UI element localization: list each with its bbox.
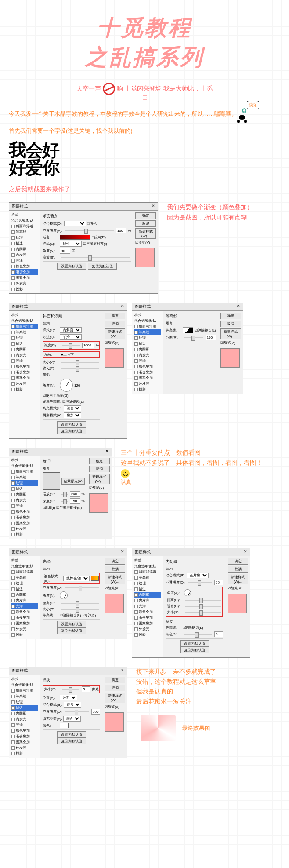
opacity-slider[interactable]	[65, 587, 99, 588]
opacity-slider[interactable]	[65, 711, 89, 712]
style-list-item[interactable]: 图案叠加	[11, 620, 38, 626]
new-style-button[interactable]: 新建样式(W)...	[228, 574, 248, 584]
scale-slider[interactable]	[61, 494, 68, 495]
style-list-item[interactable]: 样式	[11, 457, 38, 463]
blend-mode-select[interactable]	[64, 221, 86, 226]
depth-slider[interactable]	[62, 345, 80, 346]
opacity-slider[interactable]	[188, 582, 212, 583]
invert-checkbox[interactable]: □反相(I)	[43, 505, 55, 510]
new-style-button[interactable]: 新建样式(W)...	[105, 574, 125, 584]
ok-button[interactable]: 确定	[105, 313, 125, 319]
style-list-item[interactable]: 光泽	[11, 722, 38, 728]
style-list-item[interactable]: 描边	[11, 705, 38, 711]
style-list-item[interactable]: 渐变叠加	[11, 733, 38, 739]
default-button[interactable]: 设置为默认值	[57, 263, 86, 270]
style-list-item[interactable]: 描边	[134, 341, 161, 346]
style-list-item[interactable]: 光泽	[11, 258, 38, 263]
cancel-button[interactable]: 取消	[89, 466, 110, 472]
style-list-item[interactable]: 纹理	[11, 580, 38, 586]
style-list-item[interactable]: 外发光	[134, 626, 161, 632]
ok-button[interactable]: 确定	[220, 313, 241, 319]
link-layer-checkbox[interactable]: ☑与图层链接(K)	[56, 505, 82, 510]
reset-button[interactable]: 复位为默认值	[88, 263, 117, 270]
style-list-item[interactable]: 等高线	[11, 575, 38, 580]
style-list-item[interactable]: 颜色叠加	[11, 509, 38, 514]
style-list-item[interactable]: 投影	[11, 387, 38, 392]
angle-input[interactable]	[60, 248, 70, 254]
stroke-size-input[interactable]	[82, 686, 90, 692]
angle-dial[interactable]	[60, 591, 68, 599]
style-list-item[interactable]: 纹理	[11, 335, 38, 341]
bevel-style-select[interactable]: 内斜面	[60, 327, 82, 333]
style-list-item[interactable]: 颜色叠加	[11, 364, 38, 369]
close-icon[interactable]: ✕	[244, 549, 247, 555]
stroke-position-select[interactable]: 外部	[60, 695, 77, 700]
style-list-item[interactable]: 混合选项:默认	[11, 218, 38, 223]
style-list-item[interactable]: 内发光	[11, 497, 38, 503]
style-list-item[interactable]: 内阴影	[11, 711, 38, 716]
style-list-item[interactable]: 渐变叠加	[134, 369, 161, 375]
style-list-item[interactable]: 渐变叠加	[11, 269, 38, 275]
distance-slider[interactable]	[61, 603, 99, 604]
style-list-item[interactable]: 样式	[134, 558, 161, 563]
new-style-button[interactable]: 新建样式(W)...	[220, 328, 241, 339]
opacity-input[interactable]	[116, 228, 126, 233]
style-list-item[interactable]: 样式	[11, 212, 38, 218]
style-list-item[interactable]: 外发光	[11, 526, 38, 532]
style-list-item[interactable]: 斜面和浮雕	[11, 469, 38, 474]
style-list-item[interactable]: 描边	[11, 586, 38, 592]
style-list-item[interactable]: 投影	[11, 632, 38, 638]
style-list-item[interactable]: 内阴影	[11, 346, 38, 352]
cancel-button[interactable]: 取消	[105, 685, 125, 691]
style-list-item[interactable]: 等高线	[11, 693, 38, 699]
preview-checkbox[interactable]: ☑预览(V)	[105, 704, 125, 709]
style-list-item[interactable]: 颜色叠加	[134, 364, 161, 369]
close-icon[interactable]: ✕	[152, 204, 155, 209]
style-list-item[interactable]: 等高线	[134, 329, 161, 335]
style-list-item[interactable]: 内阴影	[11, 592, 38, 598]
direction-up-radio[interactable]: ●上	[61, 352, 67, 357]
depth-input[interactable]	[70, 498, 80, 504]
style-list-item[interactable]: 等高线	[11, 474, 38, 480]
style-list-item[interactable]: 图案叠加	[134, 620, 161, 626]
stroke-blend-select[interactable]: 正常	[64, 702, 81, 708]
shadow-mode-select[interactable]: 叠加	[64, 412, 81, 418]
new-style-button[interactable]: 新建样式(W)...	[89, 474, 110, 484]
soften-slider[interactable]	[61, 368, 99, 369]
style-list-item[interactable]: 内发光	[134, 352, 161, 358]
style-list-item[interactable]: 颜色叠加	[11, 263, 38, 269]
bevel-method-select[interactable]: 平滑	[60, 334, 82, 340]
close-icon[interactable]: ✕	[121, 549, 124, 555]
style-list-item[interactable]: 光泽	[134, 603, 161, 609]
reset-button[interactable]: 复位为默认值	[57, 738, 86, 744]
shadow-blend-select[interactable]: 正片叠底	[187, 573, 209, 578]
style-list-item[interactable]: 图案叠加	[134, 375, 161, 381]
contour-preview[interactable]	[183, 327, 193, 333]
style-list-item[interactable]: 内发光	[11, 252, 38, 258]
style-list-item[interactable]: 颜色叠加	[11, 609, 38, 615]
satin-blend-select[interactable]: 线性光(添加)	[63, 576, 90, 581]
stroke-size-slider[interactable]	[62, 689, 79, 690]
stroke-color-swatch[interactable]	[60, 723, 69, 728]
style-list-item[interactable]: 混合选项:默认	[11, 682, 38, 688]
highlight-mode-select[interactable]: 滤色	[64, 405, 81, 411]
depth-input[interactable]	[82, 343, 94, 348]
anti-alias-checkbox[interactable]: ☑消除锯齿(L)	[60, 613, 81, 618]
preview-checkbox[interactable]: ☑预览(V)	[220, 340, 241, 345]
style-list-item[interactable]: 斜面和浮雕	[134, 569, 161, 575]
satin-color-swatch[interactable]	[91, 576, 99, 581]
size-slider[interactable]	[61, 609, 99, 610]
style-list-item[interactable]: 纹理	[134, 335, 161, 341]
style-list-item[interactable]: 内发光	[11, 352, 38, 358]
noise-slider[interactable]	[184, 634, 212, 635]
pattern-swatch[interactable]	[43, 472, 60, 490]
style-list-item[interactable]: 图案叠加	[11, 520, 38, 526]
style-list-item[interactable]: 纹理	[11, 235, 38, 241]
style-list-item[interactable]: 等高线	[11, 329, 38, 335]
anti-alias-checkbox[interactable]: ☑消除锯齿(L)	[195, 328, 216, 333]
direction-down-radio[interactable]: ○下	[68, 352, 74, 357]
style-list-item[interactable]: 投影	[11, 751, 38, 756]
scale-slider[interactable]	[61, 257, 130, 258]
size-slider[interactable]	[61, 362, 99, 363]
default-button[interactable]: 设置为默认值	[57, 731, 86, 738]
